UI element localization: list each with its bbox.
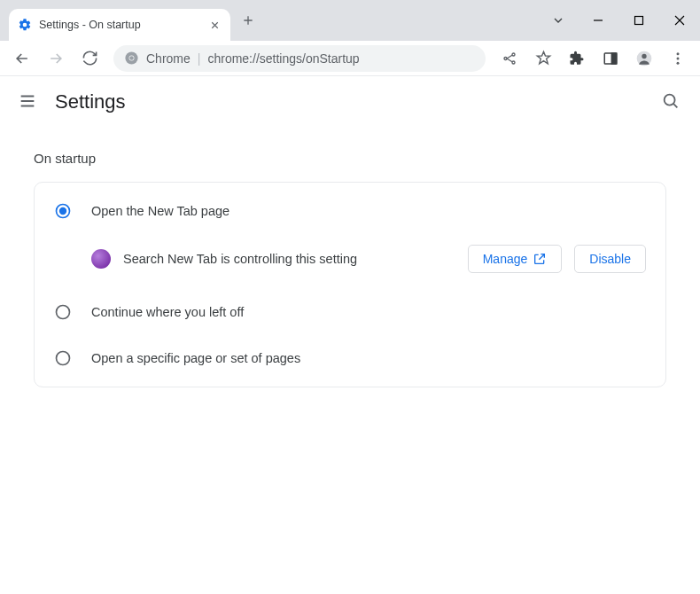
chrome-icon: [124, 51, 139, 66]
new-tab-button[interactable]: [236, 8, 261, 33]
manage-button[interactable]: Manage: [468, 245, 563, 273]
option-continue[interactable]: Continue where you left off: [35, 289, 665, 335]
extensions-icon[interactable]: [562, 43, 592, 74]
svg-point-4: [129, 56, 134, 60]
section-title: On startup: [34, 151, 666, 166]
browser-tab[interactable]: Settings - On startup: [9, 9, 230, 41]
svg-point-7: [512, 61, 515, 64]
option-label: Open a specific page or set of pages: [91, 351, 300, 365]
hamburger-icon[interactable]: [18, 91, 39, 113]
address-bar[interactable]: Chrome | chrome://settings/onStartup: [113, 45, 486, 72]
gear-icon: [18, 18, 32, 32]
forward-button[interactable]: [41, 43, 71, 74]
svg-point-12: [642, 53, 646, 58]
maximize-button[interactable]: [618, 0, 659, 41]
disable-button-label: Disable: [589, 252, 631, 266]
share-icon[interactable]: [494, 43, 525, 74]
svg-point-13: [677, 52, 680, 55]
option-label: Open the New Tab page: [91, 204, 229, 218]
radio-unselected-icon[interactable]: [54, 349, 72, 367]
svg-rect-10: [612, 53, 617, 64]
svg-point-6: [512, 53, 515, 56]
svg-point-19: [57, 306, 70, 319]
browser-toolbar: Chrome | chrome://settings/onStartup: [0, 41, 700, 76]
omnibox-chip: Chrome: [146, 51, 191, 66]
external-link-icon: [533, 252, 547, 266]
svg-rect-1: [635, 17, 643, 25]
disable-button[interactable]: Disable: [574, 245, 646, 273]
manage-button-label: Manage: [483, 252, 528, 266]
menu-icon[interactable]: [663, 43, 693, 74]
radio-unselected-icon[interactable]: [54, 303, 72, 321]
extension-app-icon: [91, 249, 111, 269]
svg-point-14: [677, 57, 680, 59]
svg-point-18: [59, 207, 66, 215]
omnibox-divider: |: [198, 51, 201, 66]
option-specific[interactable]: Open a specific page or set of pages: [35, 335, 665, 381]
startup-options-card: Open the New Tab page Search New Tab is …: [34, 182, 666, 387]
option-new-tab[interactable]: Open the New Tab page: [35, 188, 665, 234]
tab-title: Settings - On startup: [39, 19, 200, 31]
settings-content: On startup Open the New Tab page Search …: [0, 128, 700, 410]
bookmark-icon[interactable]: [528, 43, 558, 74]
radio-selected-icon[interactable]: [54, 202, 72, 220]
reload-button[interactable]: [74, 43, 105, 74]
back-button[interactable]: [7, 43, 37, 74]
settings-header: Settings: [0, 76, 700, 128]
chevron-down-icon[interactable]: [539, 0, 578, 41]
omnibox-url: chrome://settings/onStartup: [207, 51, 359, 66]
window-controls: [539, 0, 700, 41]
minimize-button[interactable]: [578, 0, 618, 41]
svg-point-20: [57, 352, 70, 365]
extension-notice-row: Search New Tab is controlling this setti…: [35, 234, 665, 289]
svg-point-15: [677, 61, 680, 64]
sidepanel-icon[interactable]: [595, 43, 626, 74]
close-tab-icon[interactable]: [207, 18, 222, 32]
profile-icon[interactable]: [629, 43, 659, 74]
option-label: Continue where you left off: [91, 305, 244, 319]
svg-point-5: [504, 57, 507, 59]
svg-point-16: [665, 94, 675, 105]
search-icon[interactable]: [661, 91, 682, 113]
close-window-button[interactable]: [659, 0, 700, 41]
page-title: Settings: [55, 90, 126, 113]
window-titlebar: Settings - On startup: [0, 0, 700, 41]
extension-notice-text: Search New Tab is controlling this setti…: [123, 252, 455, 266]
